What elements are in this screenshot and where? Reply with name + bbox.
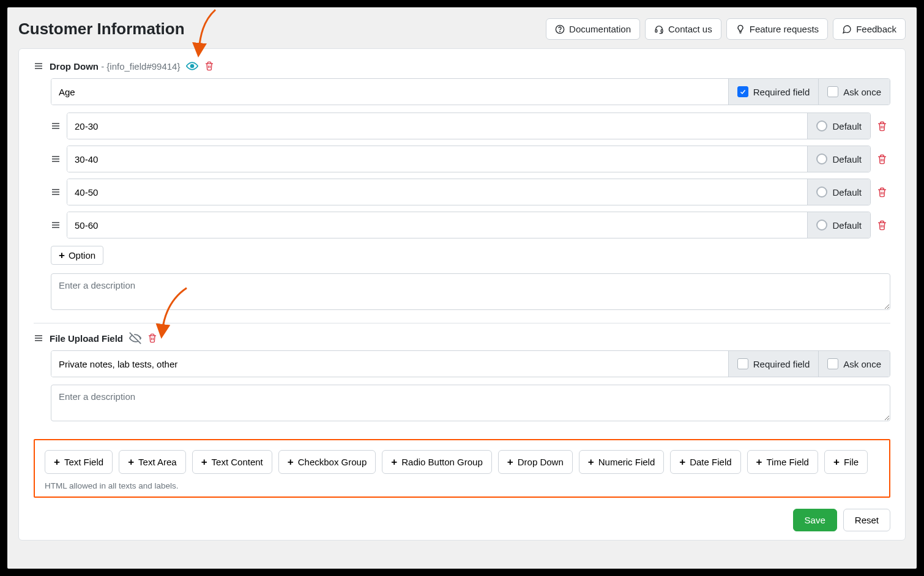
add-radio-button-group-button[interactable]: Radio Button Group	[382, 450, 492, 474]
feature-requests-label: Feature requests	[750, 24, 819, 34]
save-button[interactable]: Save	[793, 509, 837, 531]
add-field-label: Time Field	[767, 457, 809, 467]
delete-field-icon[interactable]	[204, 61, 214, 71]
delete-field-icon[interactable]	[147, 333, 157, 343]
plus-icon	[507, 457, 513, 467]
option-value-input[interactable]	[67, 146, 807, 172]
feature-requests-button[interactable]: Feature requests	[726, 18, 828, 40]
askonce-label: Ask once	[843, 87, 881, 97]
svg-rect-3	[661, 29, 663, 32]
drag-handle-icon[interactable]	[51, 220, 61, 230]
option-value-input[interactable]	[67, 212, 807, 238]
askonce-toggle[interactable]: Ask once	[818, 79, 890, 105]
drag-handle-icon[interactable]	[51, 121, 61, 131]
plus-icon	[201, 457, 207, 467]
documentation-button[interactable]: Documentation	[546, 18, 640, 40]
eye-visible-icon[interactable]	[186, 60, 198, 72]
add-numeric-field-button[interactable]: Numeric Field	[579, 450, 664, 474]
required-toggle[interactable]: Required field	[728, 79, 819, 105]
required-label: Required field	[753, 87, 810, 97]
reset-button[interactable]: Reset	[843, 509, 890, 531]
add-field-buttons: Text FieldText AreaText ContentCheckbox …	[45, 450, 879, 474]
required-toggle[interactable]: Required field	[728, 351, 819, 377]
field-type-label: File Upload Field	[50, 333, 123, 344]
radio-icon[interactable]	[816, 186, 827, 198]
radio-icon[interactable]	[816, 120, 827, 131]
option-input-wrap: Default	[67, 146, 871, 172]
delete-option-icon[interactable]	[877, 121, 890, 131]
radio-icon[interactable]	[816, 153, 827, 164]
required-label: Required field	[753, 359, 810, 369]
field-dropdown: Drop Down - {info_field#99414} Required …	[34, 60, 890, 323]
askonce-checkbox[interactable]	[827, 86, 838, 97]
option-default-toggle[interactable]: Default	[807, 212, 870, 238]
eye-hidden-icon[interactable]	[129, 332, 141, 344]
page-title: Customer Information	[18, 20, 185, 39]
drag-handle-icon[interactable]	[34, 333, 43, 343]
feedback-label: Feedback	[856, 24, 896, 34]
required-checkbox[interactable]	[737, 358, 748, 369]
app-root: Customer Information Documentation Conta…	[7, 7, 917, 569]
add-field-label: File	[844, 457, 859, 467]
form-builder-card: Drop Down - {info_field#99414} Required …	[18, 48, 906, 541]
option-default-toggle[interactable]: Default	[807, 179, 870, 205]
description-textarea[interactable]	[51, 273, 890, 310]
option-input-wrap: Default	[67, 113, 871, 139]
add-field-label: Radio Button Group	[401, 457, 483, 467]
add-checkbox-group-button[interactable]: Checkbox Group	[278, 450, 376, 474]
add-drop-down-button[interactable]: Drop Down	[498, 450, 573, 474]
svg-point-7	[191, 65, 194, 68]
add-field-label: Text Content	[212, 457, 263, 467]
option-row: Default	[51, 179, 890, 205]
field-name-input[interactable]	[51, 79, 728, 105]
required-checkbox[interactable]	[737, 86, 748, 97]
add-field-label: Drop Down	[518, 457, 564, 467]
add-field-label: Text Area	[138, 457, 177, 467]
chat-icon	[842, 24, 852, 34]
field-name-input[interactable]	[51, 351, 728, 377]
contact-us-button[interactable]: Contact us	[645, 18, 721, 40]
lightbulb-icon	[736, 24, 745, 34]
option-default-toggle[interactable]: Default	[807, 113, 870, 139]
drag-handle-icon[interactable]	[51, 154, 61, 164]
field-fileupload: File Upload Field Required field Ask onc…	[34, 323, 890, 434]
plus-icon	[588, 457, 594, 467]
plus-icon	[679, 457, 685, 467]
plus-icon	[756, 457, 762, 467]
add-option-label: Option	[69, 250, 95, 260]
radio-icon[interactable]	[816, 220, 827, 231]
add-option-button[interactable]: Option	[51, 246, 103, 265]
feedback-button[interactable]: Feedback	[833, 18, 906, 40]
add-time-field-button[interactable]: Time Field	[747, 450, 818, 474]
field-name-row: Required field Ask once	[51, 78, 890, 105]
header-actions: Documentation Contact us Feature request…	[546, 18, 906, 40]
add-field-label: Checkbox Group	[298, 457, 367, 467]
headset-icon	[654, 24, 664, 34]
askonce-checkbox[interactable]	[827, 358, 838, 369]
contact-us-label: Contact us	[668, 24, 712, 34]
drag-handle-icon[interactable]	[34, 61, 43, 71]
add-date-field-button[interactable]: Date Field	[670, 450, 740, 474]
option-default-toggle[interactable]: Default	[807, 146, 870, 172]
option-value-input[interactable]	[67, 113, 807, 139]
add-text-field-button[interactable]: Text Field	[45, 450, 113, 474]
delete-option-icon[interactable]	[877, 220, 890, 231]
html-hint: HTML allowed in all texts and labels.	[45, 481, 879, 490]
add-text-area-button[interactable]: Text Area	[119, 450, 185, 474]
add-text-content-button[interactable]: Text Content	[192, 450, 272, 474]
plus-icon	[54, 457, 60, 467]
add-field-section: Text FieldText AreaText ContentCheckbox …	[34, 439, 890, 498]
add-file-button[interactable]: File	[824, 450, 868, 474]
svg-rect-2	[655, 29, 657, 32]
delete-option-icon[interactable]	[877, 154, 890, 164]
askonce-toggle[interactable]: Ask once	[818, 351, 890, 377]
delete-option-icon[interactable]	[877, 187, 890, 198]
option-input-wrap: Default	[67, 179, 871, 205]
header: Customer Information Documentation Conta…	[18, 18, 906, 40]
drag-handle-icon[interactable]	[51, 187, 61, 197]
description-textarea[interactable]	[51, 385, 890, 421]
option-value-input[interactable]	[67, 179, 807, 205]
option-default-label: Default	[832, 187, 862, 198]
plus-icon	[391, 457, 397, 467]
option-row: Default	[51, 212, 890, 238]
